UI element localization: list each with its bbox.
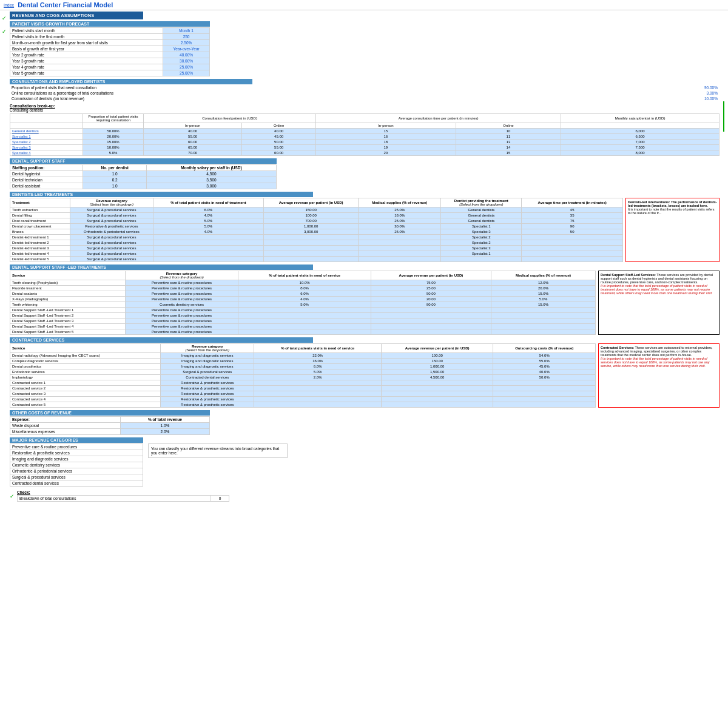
dt-header-dentist: Dentist providing the treatment(Select f… bbox=[441, 198, 522, 207]
major-revenue-section: MAJOR REVENUE CATEGORIES Preventive care… bbox=[10, 437, 720, 487]
table-row: Dentist-led treatment 5 Surgical & proce… bbox=[10, 257, 623, 262]
table-row: General dentists 50.00% 40.00 40.00 15 1… bbox=[10, 129, 720, 134]
dst-header-medical: Medical supplies (% of revenue) bbox=[491, 271, 595, 280]
table-row: Waste disposal 1.0% bbox=[10, 423, 210, 429]
table-row: Endodontic services Surgical & procedura… bbox=[10, 369, 596, 375]
table-row: Dental radiology (Advanced Imaging like … bbox=[10, 353, 596, 359]
consult-subheader-online2: Online bbox=[456, 123, 561, 129]
contracted-note-box: Contracted Services: These services are … bbox=[598, 343, 720, 408]
staffing-header-salary: Monthly salary per staff in (USD) bbox=[147, 165, 277, 171]
dst-header-revenue: Average revenue per patient (in USD) bbox=[371, 271, 491, 280]
check-icon-2: ✓ bbox=[2, 29, 7, 35]
table-row: Miscellaneous expenses 2.0% bbox=[10, 429, 210, 435]
patient-visits-section: PATIENT VISITS GROWTH FORECAST Patient v… bbox=[10, 21, 720, 76]
check-item-value: 0 bbox=[211, 496, 229, 502]
dt-header-pct: % of total patient visits in need of tre… bbox=[153, 198, 263, 207]
table-row: Dentist-led treatment 2 Surgical & proce… bbox=[10, 240, 623, 246]
contracted-header: CONTRACTED SERVICES bbox=[10, 337, 313, 343]
patient-visits-header: PATIENT VISITS GROWTH FORECAST bbox=[10, 21, 210, 27]
dst-header-service: Service bbox=[10, 271, 126, 280]
staffing-header-num: No. per dentist bbox=[83, 165, 147, 171]
list-item: Contracted dental services bbox=[10, 480, 143, 487]
list-item: Imaging and diagnostic services bbox=[10, 456, 143, 462]
main-content: REVENUE AND COGS ASSUMPTIONS PATIENT VIS… bbox=[8, 10, 723, 505]
table-row: Contracted service 4 Restorative & prost… bbox=[10, 397, 596, 402]
oc-header-pct: % of total revenue bbox=[120, 417, 209, 423]
dental-support-table: Staffing position: No. per dentist Month… bbox=[10, 164, 277, 189]
table-row: Implantology Contracted dental services … bbox=[10, 375, 596, 380]
check-label: Check: bbox=[17, 490, 229, 494]
table-row: Dental crown placement Restorative & pro… bbox=[10, 224, 623, 229]
dst-header-pct: % of total patient visits in need of ser… bbox=[238, 271, 371, 280]
table-row: Specialist 4 5.0% 70.00 60.00 20 15 8,00… bbox=[10, 150, 720, 156]
table-row: Year 3 growth rate 30.00% bbox=[10, 58, 210, 64]
table-row: Contracted service 3 Restorative & prost… bbox=[10, 391, 596, 397]
check-item-label: Breakdown of total consultations bbox=[18, 496, 211, 502]
table-row: Dentist-led treatment 4 Surgical & proce… bbox=[10, 251, 623, 257]
revenue-section-header: REVENUE AND COGS ASSUMPTIONS bbox=[10, 12, 143, 19]
list-item: Restorative & prosthetic services bbox=[10, 450, 143, 456]
dentist-note-box: Dentists-led interventions: The performa… bbox=[625, 198, 720, 262]
ds-treatments-section: DENTAL SUPPORT STAFF -LED TREATMENTS Ser… bbox=[10, 265, 720, 335]
major-revenue-header: MAJOR REVENUE CATEGORIES bbox=[10, 437, 143, 443]
dental-support-section: DENTAL SUPPORT STAFF Staffing position: … bbox=[10, 158, 720, 189]
table-row: Teeth whitening Cosmetic dentistry servi… bbox=[10, 302, 596, 308]
table-row: Teeth cleaning (Prophylaxis) Preventive … bbox=[10, 280, 596, 286]
table-row: Dental Support Staff -Led Treatment 4 Pr… bbox=[10, 324, 596, 329]
ds-note-box: Dental Support Staff-Led Services: These… bbox=[598, 271, 720, 335]
table-row: Online consultations as a percentage of … bbox=[10, 90, 720, 96]
consultations-top-table: Proportion of patient visits that need c… bbox=[10, 85, 720, 101]
dt-header-medical: Medical supplies (% of revenue) bbox=[359, 198, 441, 207]
consultations-header: CONSULTATIONS AND EMPLOYED DENTISTS bbox=[10, 79, 252, 84]
table-row: Dental Support Staff -Led Treatment 3 Pr… bbox=[10, 318, 596, 324]
table-row: Contracted service 2 Restorative & prost… bbox=[10, 386, 596, 391]
consult-header-salary: Monthly salary/dentist in (USD) bbox=[561, 114, 720, 123]
table-row: Contracted service 1 Restorative & prost… bbox=[10, 380, 596, 386]
other-costs-header: OTHER COSTS OF REVENUE bbox=[10, 410, 210, 416]
top-bar: Index Dental Center Financial Model bbox=[0, 0, 728, 10]
list-item: Surgical & procedural services bbox=[10, 474, 143, 480]
table-row: Root canal treatment Surgical & procedur… bbox=[10, 218, 623, 224]
table-row: Dental assistant 1.0 3,000 bbox=[10, 183, 277, 189]
table-row: Proportion of patient visits that need c… bbox=[10, 85, 720, 90]
table-row: Fluoride treatment Preventive care & rou… bbox=[10, 286, 596, 291]
check-bottom-icon: ✓ bbox=[10, 493, 15, 499]
ct-header-pct: % of total patients visits in need of se… bbox=[254, 344, 381, 353]
dental-support-header: DENTAL SUPPORT STAFF bbox=[10, 158, 277, 164]
table-row: Dental Support Staff -Led Treatment 1 Pr… bbox=[10, 308, 596, 313]
dt-header-time: Average time per treatment (in minutes) bbox=[522, 198, 623, 207]
ct-header-revenue: Average revenue per patient (in USD) bbox=[381, 344, 493, 353]
consult-header-time: Average consultation time per patient (i… bbox=[316, 114, 561, 123]
major-revenue-table: Preventive care & routine procedures Res… bbox=[10, 443, 143, 487]
index-tab[interactable]: Index bbox=[4, 3, 14, 7]
dentist-note-header: Dentists-led interventions: The performa… bbox=[628, 200, 717, 207]
other-costs-table: Expense: % of total revenue Waste dispos… bbox=[10, 416, 210, 435]
table-row: Year 4 growth rate 25.00% bbox=[10, 64, 210, 70]
oc-header-expense: Expense: bbox=[10, 417, 121, 423]
ds-treatments-header: DENTAL SUPPORT STAFF -LED TREATMENTS bbox=[10, 265, 313, 270]
table-row: Dentist-led treatment 3 Surgical & proce… bbox=[10, 246, 623, 251]
dentist-treatments-header: DENTISTS-LED TREATMENTS bbox=[10, 192, 313, 197]
table-row: Specialist 1 20.00% 55.00 45.00 16 11 6,… bbox=[10, 134, 720, 140]
consult-subheader-online: Online bbox=[242, 123, 316, 129]
consult-subheader-inperson: In-person bbox=[144, 123, 242, 129]
table-row: Dental hygienist 1.0 4,500 bbox=[10, 171, 277, 177]
consultations-section: CONSULTATIONS AND EMPLOYED DENTISTS Prop… bbox=[10, 79, 720, 156]
list-item: Preventive care & routine procedures bbox=[10, 444, 143, 450]
table-row: X-Rays (Radiographs) Preventive care & r… bbox=[10, 297, 596, 302]
dst-header-category: Revenue category(Select from the dropdow… bbox=[126, 271, 238, 280]
dt-header-revenue: Average revenue per patient (in USD) bbox=[263, 198, 358, 207]
check-icon-1: ✓ bbox=[2, 15, 7, 21]
list-item: Orthodontic & periodontal services bbox=[10, 468, 143, 474]
dentist-note-body: It is important to note that the results… bbox=[628, 207, 714, 215]
table-row: Dental sealants Preventive care & routin… bbox=[10, 291, 596, 297]
check-table: Breakdown of total consultations 0 bbox=[17, 495, 229, 502]
dt-header-treatment: Treatment bbox=[10, 198, 70, 207]
contracted-note-red: It is important to note that the total p… bbox=[601, 357, 709, 368]
table-row: Specialist 3 10.00% 65.00 55.00 19 14 7,… bbox=[10, 145, 720, 150]
dentist-treatments-section: DENTISTS-LED TREATMENTS Treatment Revenu… bbox=[10, 192, 720, 262]
ds-note-red: It is important to note that the total p… bbox=[601, 284, 713, 295]
table-row: Tooth extraction Surgical & procedural s… bbox=[10, 207, 623, 213]
consult-header-fees: Consultation fees/patient in (USD) bbox=[144, 114, 316, 123]
list-item: Cosmetic dentistry services bbox=[10, 462, 143, 468]
